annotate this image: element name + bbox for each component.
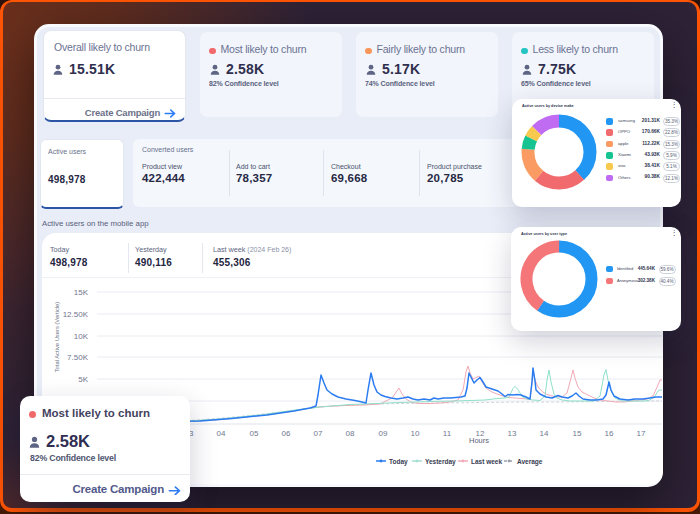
svg-text:14: 14: [540, 429, 549, 438]
svg-text:11: 11: [443, 429, 452, 438]
svg-text:12.50K: 12.50K: [63, 310, 89, 319]
svg-text:Hours: Hours: [469, 436, 489, 445]
svg-text:08: 08: [346, 429, 355, 438]
svg-text:Yesterday: Yesterday: [425, 458, 456, 466]
svg-text:10K: 10K: [74, 332, 89, 341]
svg-text:Average: Average: [517, 458, 543, 466]
svg-text:5K: 5K: [78, 375, 88, 384]
svg-text:Total Active Users (Verticle): Total Active Users (Verticle): [54, 302, 60, 373]
svg-text:Today: Today: [389, 458, 408, 466]
svg-text:06: 06: [282, 429, 291, 438]
svg-text:04: 04: [217, 429, 226, 438]
svg-text:05: 05: [250, 429, 259, 438]
svg-text:7.50K: 7.50K: [67, 353, 89, 362]
svg-text:07: 07: [314, 429, 323, 438]
svg-text:09: 09: [379, 429, 388, 438]
svg-text:17: 17: [637, 429, 646, 438]
svg-text:Last week: Last week: [471, 458, 502, 465]
svg-text:15: 15: [573, 429, 582, 438]
svg-text:16: 16: [605, 429, 614, 438]
svg-text:13: 13: [508, 429, 517, 438]
svg-text:15K: 15K: [74, 288, 89, 297]
svg-text:10: 10: [411, 429, 420, 438]
